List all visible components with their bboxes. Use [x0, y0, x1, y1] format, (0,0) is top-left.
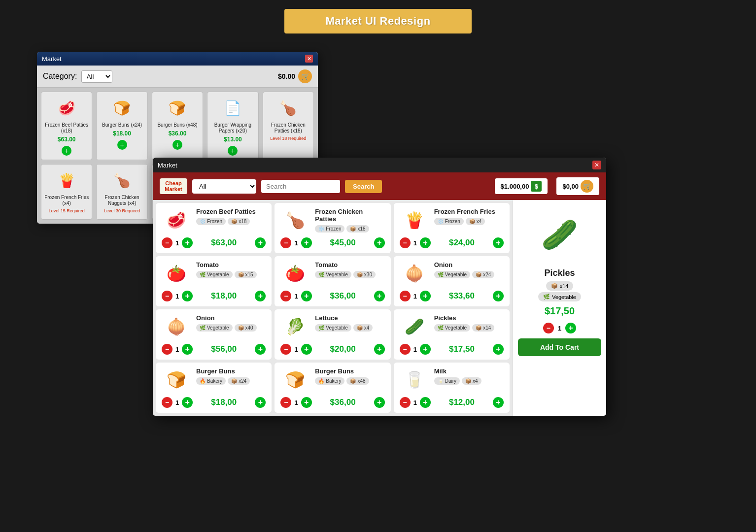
old-item-name: Frozen Chicken Patties (x18) [266, 122, 310, 134]
add-item-button[interactable]: + [493, 237, 504, 248]
qty-plus-button[interactable]: + [301, 291, 312, 301]
qty-plus-button[interactable]: + [420, 397, 431, 408]
new-item-header: 🍅 Tomato 🌿 Vegetable 📦 x15 [162, 261, 266, 286]
new-item-icon: 🍅 [162, 261, 191, 286]
qty-number: 1 [294, 399, 298, 406]
new-item: 🧅 Onion 🌿 Vegetable 📦 x24 − 1 + $33,60 + [394, 256, 510, 306]
qty-minus-button[interactable]: − [162, 344, 172, 355]
old-item-icon: 🥩 [53, 97, 80, 119]
qty-minus-button[interactable]: − [162, 397, 172, 408]
new-item: 🥒 Pickles 🌿 Vegetable 📦 x14 − 1 + $17,50… [394, 309, 510, 360]
cart-qty-plus-button[interactable]: + [565, 323, 576, 333]
new-market-items-grid: 🥩 Frozen Beef Patties ❄️ Frozen 📦 x18 − … [153, 200, 513, 416]
old-category-area: Category: All [43, 70, 112, 83]
tag-icon: 🌿 [318, 272, 324, 277]
cart-tag-label: x14 [560, 283, 569, 289]
new-item-icon: 🧅 [162, 314, 191, 339]
new-item-header: 🍟 Frozen French Fries ❄️ Frozen 📦 x4 [400, 208, 504, 233]
tag-label: x48 [357, 378, 365, 384]
qty-plus-button[interactable]: + [420, 344, 431, 355]
qty-minus-button[interactable]: − [280, 237, 291, 248]
new-item: 🍟 Frozen French Fries ❄️ Frozen 📦 x4 − 1… [394, 203, 510, 253]
new-item-name: Burger Buns [196, 367, 266, 375]
old-item-name: Frozen French Fries (x4) [44, 195, 89, 206]
old-market-close-button[interactable]: ✕ [305, 55, 313, 63]
add-item-button[interactable]: + [255, 397, 266, 408]
new-category-select[interactable]: All [192, 179, 256, 194]
new-item: 🍗 Frozen Chicken Patties ❄️ Frozen 📦 x18… [275, 203, 390, 253]
add-item-button[interactable]: + [374, 397, 385, 408]
qty-plus-button[interactable]: + [301, 397, 312, 408]
qty-minus-button[interactable]: − [400, 291, 411, 301]
new-market-close-button[interactable]: ✕ [592, 161, 601, 169]
new-item-header: 🍗 Frozen Chicken Patties ❄️ Frozen 📦 x18 [280, 208, 384, 233]
old-add-button[interactable]: + [172, 140, 182, 150]
old-category-select[interactable]: All [81, 70, 112, 83]
qty-plus-button[interactable]: + [182, 291, 193, 301]
search-button[interactable]: Search [345, 180, 382, 193]
cart-qty-minus-button[interactable]: − [543, 323, 554, 333]
add-item-button[interactable]: + [493, 344, 504, 355]
qty-plus-button[interactable]: + [420, 291, 431, 301]
add-item-button[interactable]: + [374, 291, 385, 301]
add-item-button[interactable]: + [374, 237, 385, 248]
new-item-info: Lettuce 🌿 Vegetable 📦 x4 [315, 314, 384, 332]
qty-minus-button[interactable]: − [280, 291, 291, 301]
qty-plus-button[interactable]: + [182, 344, 193, 355]
qty-plus-button[interactable]: + [182, 397, 193, 408]
new-item-icon: 🥩 [162, 208, 191, 233]
item-tag: 📦 x18 [228, 218, 250, 225]
new-cart-amount: $0,00 [562, 183, 579, 190]
tag-label: x14 [483, 325, 491, 331]
old-item-price: $18.00 [113, 130, 131, 137]
tag-label: x4 [473, 378, 478, 384]
add-item-button[interactable]: + [255, 344, 266, 355]
new-item-price: $56,00 [211, 344, 237, 354]
new-item-icon: 🥒 [400, 314, 429, 339]
qty-plus-button[interactable]: + [301, 344, 312, 355]
add-item-button[interactable]: + [255, 291, 266, 301]
old-add-button[interactable]: + [117, 140, 127, 150]
tag-label: x40 [245, 325, 253, 331]
qty-minus-button[interactable]: − [162, 237, 172, 248]
tag-label: x4 [364, 325, 370, 331]
qty-minus-button[interactable]: − [280, 344, 291, 355]
new-item-footer: − 1 + $18,00 + [162, 397, 266, 408]
add-item-button[interactable]: + [493, 397, 504, 408]
add-item-button[interactable]: + [255, 237, 266, 248]
search-input[interactable] [261, 180, 340, 193]
dollar-icon: $ [531, 181, 542, 192]
new-item-header: 🥬 Lettuce 🌿 Vegetable 📦 x4 [280, 314, 384, 339]
qty-number: 1 [413, 346, 417, 353]
new-item: 🥩 Frozen Beef Patties ❄️ Frozen 📦 x18 − … [156, 203, 272, 253]
old-item: 🍗 Frozen Chicken Nuggets (x4) Level 30 R… [96, 164, 147, 220]
qty-minus-button[interactable]: − [400, 237, 411, 248]
balance-display: $1.000,00 $ [495, 178, 548, 194]
add-item-button[interactable]: + [493, 291, 504, 301]
add-item-button[interactable]: + [374, 344, 385, 355]
new-item-header: 🧅 Onion 🌿 Vegetable 📦 x40 [162, 314, 266, 339]
item-tag: 📦 x4 [466, 218, 485, 225]
old-add-button[interactable]: + [228, 146, 238, 156]
new-item-price: $36,00 [330, 398, 356, 407]
new-item-header: 🧅 Onion 🌿 Vegetable 📦 x24 [400, 261, 504, 286]
tag-icon: 📦 [357, 325, 363, 331]
qty-plus-button[interactable]: + [301, 237, 312, 248]
old-item: 🥩 Frozen Beef Patties (x18) $63.00 + [41, 92, 92, 160]
item-tag: 📦 x15 [235, 271, 257, 278]
qty-minus-button[interactable]: − [400, 344, 411, 355]
new-item-icon: 🧅 [400, 261, 429, 286]
new-market-titlebar: Market ✕ [153, 158, 606, 172]
item-tag: 🌿 Vegetable [196, 324, 233, 332]
item-tag: 🔥 Bakery [196, 377, 226, 385]
qty-plus-button[interactable]: + [182, 237, 193, 248]
qty-minus-button[interactable]: − [280, 397, 291, 408]
qty-plus-button[interactable]: + [420, 237, 431, 248]
old-add-button[interactable]: + [62, 146, 71, 156]
qty-minus-button[interactable]: − [162, 291, 172, 301]
new-item-icon: 🥛 [400, 367, 429, 392]
qty-minus-button[interactable]: − [400, 397, 411, 408]
old-cart-icon[interactable]: 🛒 [298, 69, 312, 83]
add-to-cart-button[interactable]: Add To Cart [518, 338, 601, 356]
new-cart-icon[interactable]: 🛒 [581, 180, 593, 193]
